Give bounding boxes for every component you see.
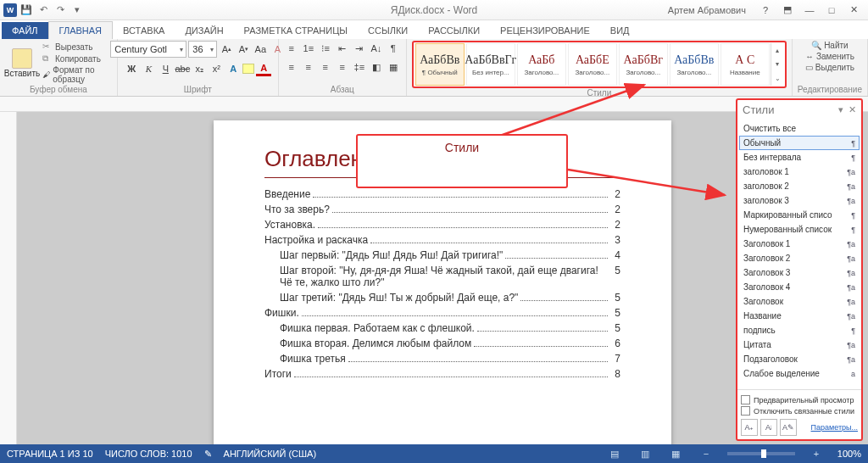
linked-styles-checkbox[interactable]: Отключить связанные стили [741, 406, 858, 416]
styles-pane-close-icon[interactable]: ✕ [849, 104, 856, 115]
style-list-item[interactable]: заголовок 3¶а [739, 193, 860, 208]
style-list-item[interactable]: Заголовок¶а [739, 294, 860, 309]
ribbon-collapse-icon[interactable]: ⬒ [776, 3, 798, 18]
style-list-item[interactable]: Слабое выделениеа [739, 366, 860, 381]
grow-font-icon[interactable]: A▴ [219, 42, 234, 57]
toc-entry[interactable]: Установка.2 [264, 219, 620, 231]
style-list-item[interactable]: Обычный¶ [739, 136, 860, 150]
help-icon[interactable]: ? [754, 3, 776, 18]
paste-button[interactable]: Вставить [5, 48, 39, 78]
format-painter-button[interactable]: Формат по образцу [42, 65, 112, 84]
zoom-slider[interactable] [727, 452, 795, 455]
copy-button[interactable]: Копировать [42, 53, 112, 64]
new-style-button[interactable]: A₊ [741, 419, 758, 436]
bold-button[interactable]: Ж [124, 61, 139, 76]
style-clear-all[interactable]: Очистить все [739, 121, 860, 136]
tab-home[interactable]: ГЛАВНАЯ [48, 21, 113, 39]
style-gallery-item[interactable]: АаБбЕЗаголово... [568, 43, 617, 86]
font-color-icon[interactable]: A [256, 61, 271, 76]
status-language[interactable]: АНГЛИЙСКИЙ (США) [224, 449, 317, 459]
style-list-item[interactable]: Заголовок 1¶а [739, 237, 860, 251]
style-list-item[interactable]: Подзаголовок¶а [739, 352, 860, 366]
toc-entry[interactable]: Шаг первый: "Дядь Яш! Дядь Яш! Дай триги… [264, 249, 620, 261]
text-effects-icon[interactable]: A [225, 61, 241, 76]
style-gallery-item[interactable]: АаБбВв¶ Обычный [415, 43, 465, 86]
manage-styles-button[interactable]: A✎ [780, 419, 797, 436]
close-icon[interactable]: ✕ [843, 3, 865, 18]
tab-layout[interactable]: РАЗМЕТКА СТРАНИЦЫ [234, 22, 358, 39]
vertical-ruler[interactable] [0, 112, 17, 444]
tab-insert[interactable]: ВСТАВКА [113, 22, 175, 39]
style-gallery-item[interactable]: А СНазвание [721, 43, 770, 86]
zoom-level[interactable]: 100% [837, 449, 861, 459]
toc-entry[interactable]: Шаг второй: "Ну, дя-дя-дя Яша! Чё жадный… [264, 265, 620, 288]
toc-entry[interactable]: Фишка третья7 [264, 353, 620, 365]
style-gallery-item[interactable]: АаБбВгЗаголово... [619, 43, 668, 86]
sort-icon[interactable]: A↓ [369, 41, 384, 56]
increase-indent-icon[interactable]: ⇥ [352, 41, 367, 56]
tab-view[interactable]: ВИД [600, 22, 640, 39]
font-name-combo[interactable]: Century Gotl [110, 41, 186, 58]
tab-design[interactable]: ДИЗАЙН [175, 22, 233, 39]
status-page[interactable]: СТРАНИЦА 1 ИЗ 10 [7, 449, 93, 459]
qat-redo-icon[interactable]: ↷ [53, 3, 68, 18]
style-list-item[interactable]: Цитата¶а [739, 337, 860, 352]
status-proofing-icon[interactable]: ✎ [204, 449, 212, 460]
maximize-icon[interactable]: □ [821, 3, 843, 18]
toc-entry[interactable]: Фишка вторая. Делимся любым файлом6 [264, 337, 620, 349]
qat-more-icon[interactable]: ▾ [70, 3, 85, 18]
bullets-icon[interactable]: ≡ [284, 41, 299, 56]
status-words[interactable]: ЧИСЛО СЛОВ: 1010 [105, 449, 192, 459]
minimize-icon[interactable]: — [798, 3, 821, 18]
toc-entry[interactable]: Настройка и раскачка3 [264, 234, 620, 246]
decrease-indent-icon[interactable]: ⇤ [335, 41, 350, 56]
borders-icon[interactable]: ▦ [386, 59, 401, 75]
style-inspector-button[interactable]: Aᵢ [760, 419, 777, 436]
style-gallery-item[interactable]: АаБбВвГгБез интер... [466, 43, 515, 86]
toc-entry[interactable]: Шаг третий: "Дядь Яш! Ты ж добрый! Дай е… [264, 292, 620, 304]
qat-undo-icon[interactable]: ↶ [36, 3, 51, 18]
toc-entry[interactable]: Введение2 [264, 188, 620, 200]
shading-icon[interactable]: ◧ [369, 59, 384, 75]
view-print-icon[interactable]: ▥ [636, 447, 654, 460]
styles-params-link[interactable]: Параметры... [811, 423, 858, 432]
multilevel-icon[interactable]: ⁝≡ [318, 41, 333, 56]
superscript-button[interactable]: x² [209, 61, 224, 76]
cut-button[interactable]: Вырезать [42, 42, 112, 52]
tab-mailings[interactable]: РАССЫЛКИ [418, 22, 490, 39]
style-gallery-item[interactable]: АаБбЗаголово... [517, 43, 566, 86]
subscript-button[interactable]: x₂ [192, 61, 207, 76]
style-gallery-item[interactable]: АаБбВвЗаголово... [670, 43, 719, 86]
style-list-item[interactable]: Без интервала¶ [739, 150, 860, 165]
zoom-in-icon[interactable]: + [807, 447, 826, 460]
italic-button[interactable]: К [141, 61, 156, 76]
strikethrough-button[interactable]: abc [175, 61, 190, 76]
style-list-item[interactable]: Нумерованный список¶ [739, 222, 860, 237]
qat-save-icon[interactable]: 💾 [19, 3, 34, 18]
toc-entry[interactable]: Что за зверь?2 [264, 204, 620, 215]
line-spacing-icon[interactable]: ‡≡ [352, 59, 367, 75]
style-list-item[interactable]: Заголовок 4¶а [739, 280, 860, 294]
preview-checkbox[interactable]: Предварительный просмотр [741, 395, 858, 404]
align-left-icon[interactable]: ≡ [284, 59, 299, 75]
view-web-icon[interactable]: ▦ [666, 447, 685, 460]
toc-entry[interactable]: Фишки.5 [264, 307, 620, 319]
find-button[interactable]: 🔍Найти [811, 41, 849, 50]
underline-button[interactable]: Ч [158, 61, 173, 76]
style-list-item[interactable]: Название¶а [739, 309, 860, 323]
numbering-icon[interactable]: 1≡ [301, 41, 316, 56]
align-justify-icon[interactable]: ≡ [335, 59, 350, 75]
view-read-icon[interactable]: ▤ [605, 447, 624, 460]
replace-button[interactable]: ↔Заменить [805, 52, 854, 61]
font-size-combo[interactable]: 36 [188, 41, 217, 58]
style-list-item[interactable]: Маркированный списо¶ [739, 208, 860, 222]
align-center-icon[interactable]: ≡ [301, 59, 316, 75]
style-list-item[interactable]: Заголовок 3¶а [739, 265, 860, 280]
highlight-icon[interactable] [242, 64, 254, 74]
style-list-item[interactable]: заголовок 2¶а [739, 179, 860, 193]
tab-file[interactable]: ФАЙЛ [2, 22, 48, 39]
style-list-item[interactable]: Заголовок 2¶а [739, 251, 860, 265]
tab-review[interactable]: РЕЦЕНЗИРОВАНИЕ [490, 22, 600, 39]
toc-entry[interactable]: Фишка первая. Работаем как с флешкой.5 [264, 322, 620, 334]
user-name[interactable]: Артем Абрамович [668, 5, 746, 15]
